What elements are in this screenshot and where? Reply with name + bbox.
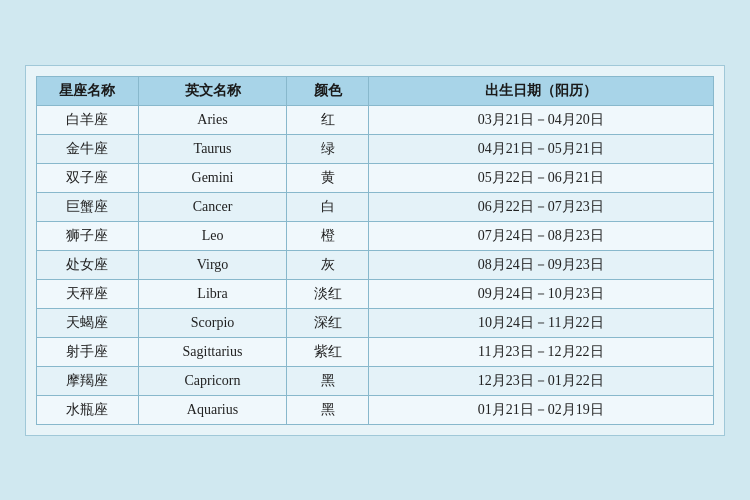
cell-cn: 双子座 — [37, 163, 139, 192]
cell-color: 紫红 — [287, 337, 368, 366]
cell-cn: 摩羯座 — [37, 366, 139, 395]
table-header-row: 星座名称 英文名称 颜色 出生日期（阳历） — [37, 76, 714, 105]
cell-color: 黑 — [287, 366, 368, 395]
header-color: 颜色 — [287, 76, 368, 105]
cell-date: 03月21日－04月20日 — [368, 105, 713, 134]
cell-date: 05月22日－06月21日 — [368, 163, 713, 192]
table-row: 白羊座Aries红03月21日－04月20日 — [37, 105, 714, 134]
table-row: 射手座Sagittarius紫红11月23日－12月22日 — [37, 337, 714, 366]
cell-color: 深红 — [287, 308, 368, 337]
cell-cn: 处女座 — [37, 250, 139, 279]
cell-en: Cancer — [138, 192, 287, 221]
cell-cn: 白羊座 — [37, 105, 139, 134]
header-date: 出生日期（阳历） — [368, 76, 713, 105]
zodiac-table: 星座名称 英文名称 颜色 出生日期（阳历） 白羊座Aries红03月21日－04… — [36, 76, 714, 425]
cell-color: 淡红 — [287, 279, 368, 308]
table-row: 狮子座Leo橙07月24日－08月23日 — [37, 221, 714, 250]
table-row: 摩羯座Capricorn黑12月23日－01月22日 — [37, 366, 714, 395]
cell-en: Taurus — [138, 134, 287, 163]
table-row: 双子座Gemini黄05月22日－06月21日 — [37, 163, 714, 192]
header-cn: 星座名称 — [37, 76, 139, 105]
header-en: 英文名称 — [138, 76, 287, 105]
table-row: 金牛座Taurus绿04月21日－05月21日 — [37, 134, 714, 163]
cell-en: Scorpio — [138, 308, 287, 337]
cell-cn: 水瓶座 — [37, 395, 139, 424]
cell-color: 橙 — [287, 221, 368, 250]
table-row: 处女座Virgo灰08月24日－09月23日 — [37, 250, 714, 279]
cell-date: 10月24日－11月22日 — [368, 308, 713, 337]
table-row: 天秤座Libra淡红09月24日－10月23日 — [37, 279, 714, 308]
cell-cn: 天秤座 — [37, 279, 139, 308]
cell-en: Capricorn — [138, 366, 287, 395]
cell-date: 09月24日－10月23日 — [368, 279, 713, 308]
table-row: 巨蟹座Cancer白06月22日－07月23日 — [37, 192, 714, 221]
cell-en: Libra — [138, 279, 287, 308]
cell-en: Gemini — [138, 163, 287, 192]
cell-cn: 天蝎座 — [37, 308, 139, 337]
cell-en: Leo — [138, 221, 287, 250]
cell-cn: 巨蟹座 — [37, 192, 139, 221]
cell-color: 黑 — [287, 395, 368, 424]
table-row: 水瓶座Aquarius黑01月21日－02月19日 — [37, 395, 714, 424]
cell-cn: 金牛座 — [37, 134, 139, 163]
table-row: 天蝎座Scorpio深红10月24日－11月22日 — [37, 308, 714, 337]
cell-color: 黄 — [287, 163, 368, 192]
cell-date: 07月24日－08月23日 — [368, 221, 713, 250]
cell-en: Virgo — [138, 250, 287, 279]
cell-color: 灰 — [287, 250, 368, 279]
cell-en: Aquarius — [138, 395, 287, 424]
cell-cn: 狮子座 — [37, 221, 139, 250]
cell-en: Sagittarius — [138, 337, 287, 366]
cell-date: 08月24日－09月23日 — [368, 250, 713, 279]
cell-en: Aries — [138, 105, 287, 134]
cell-cn: 射手座 — [37, 337, 139, 366]
cell-color: 绿 — [287, 134, 368, 163]
cell-date: 12月23日－01月22日 — [368, 366, 713, 395]
cell-date: 06月22日－07月23日 — [368, 192, 713, 221]
cell-date: 04月21日－05月21日 — [368, 134, 713, 163]
main-container: 星座名称 英文名称 颜色 出生日期（阳历） 白羊座Aries红03月21日－04… — [25, 65, 725, 436]
cell-color: 白 — [287, 192, 368, 221]
cell-color: 红 — [287, 105, 368, 134]
cell-date: 11月23日－12月22日 — [368, 337, 713, 366]
cell-date: 01月21日－02月19日 — [368, 395, 713, 424]
